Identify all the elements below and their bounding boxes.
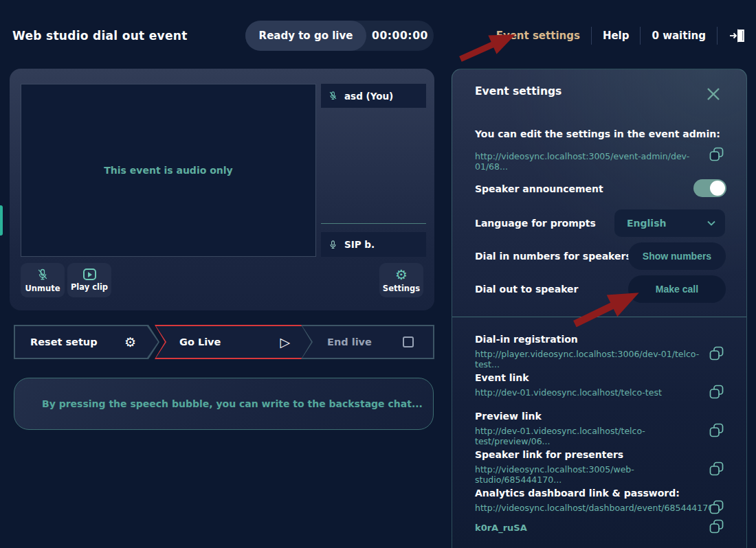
panel-title: Event settings [475,85,562,98]
go-live-button[interactable]: Go Live ▷ [155,325,319,359]
go-live-label: Go Live [179,336,221,347]
unmute-label: Unmute [25,284,60,293]
play-clip-label: Play clip [71,282,108,292]
copy-icon[interactable] [709,519,724,534]
audio-only-note: This event is audio only [104,165,232,176]
mic-muted-icon [36,268,49,282]
panel-divider [452,317,746,317]
participant-tile-sip[interactable]: SIP b. [321,232,426,257]
dial-in-registration-link[interactable]: http://player.videosync.localhost:3006/d… [475,349,702,369]
end-live-label: End live [327,336,372,347]
language-dropdown[interactable]: English [614,209,725,237]
participant-name: SIP b. [344,239,375,250]
dashboard-password: k0rA_ruSA [475,523,527,533]
link-label: Preview link [475,411,542,422]
play-clip-button[interactable]: Play clip [67,263,111,297]
chevron-down-icon [707,220,715,226]
divider [717,27,718,45]
speaker-announcement-label: Speaker announcement [475,183,603,194]
live-control-bar: Reset setup ⚙ Go Live ▷ End live [14,325,434,359]
event-link[interactable]: http://dev-01.videosync.localhost/telco-… [475,387,662,398]
copy-icon[interactable] [709,346,724,361]
unmute-button[interactable]: Unmute [21,263,65,297]
preview-link[interactable]: http://dev-01.videosync.localhost/telco-… [475,426,702,446]
dial-out-label: Dial out to speaker [475,284,579,295]
toggle-knob [710,181,725,196]
event-settings-panel: Event settings You can edit the settings… [452,69,747,548]
end-live-button[interactable]: End live [301,325,434,359]
copy-icon[interactable] [709,423,724,438]
speaker-announcement-toggle[interactable] [693,179,726,197]
stage-card: This event is audio only asd (You) SIP b… [10,69,434,310]
participant-divider [321,223,426,224]
gear-icon: ⚙ [395,268,408,282]
reset-setup-button[interactable]: Reset setup ⚙ [14,325,159,359]
page-title: Web studio dial out event [12,29,188,43]
play-icon: ▷ [280,336,290,349]
analytics-dashboard-link[interactable]: http://videosync.localhost/dashboard/eve… [475,503,702,513]
copy-icon[interactable] [709,500,724,515]
close-icon[interactable] [707,87,720,101]
copy-icon[interactable] [709,147,724,162]
dial-in-label: Dial in numbers for speakers [475,251,632,262]
participant-tile-self[interactable]: asd (You) [321,84,426,108]
video-preview: This event is audio only [21,84,316,257]
backstage-chat-hint: By pressing the speech bubble, you can w… [42,398,423,409]
link-label: Analytics dashboard link & password: [475,488,680,499]
link-label: Dial-in registration [475,334,578,345]
copy-icon[interactable] [709,385,724,400]
make-call-button[interactable]: Make call [628,275,726,303]
nav-event-settings[interactable]: Event settings [496,30,580,42]
copy-icon[interactable] [709,461,724,477]
language-label: Language for prompts [475,218,596,229]
status-pill: Ready to go live 00:00:00 [245,21,434,51]
speaker-link[interactable]: http://videosync.localhost:3005/web-stud… [475,464,702,485]
logout-icon[interactable] [729,27,746,44]
language-value: English [627,218,666,229]
settings-button[interactable]: ⚙ Settings [379,263,423,297]
web-studio-screen: Web studio dial out event Ready to go li… [0,0,756,548]
play-clip-icon [83,269,96,280]
link-label: Event link [475,372,529,383]
admin-hint: You can edit the settings in the event a… [475,128,720,139]
live-status-badge: Ready to go live [245,21,366,51]
nav-waiting-count[interactable]: 0 waiting [652,30,706,42]
admin-link[interactable]: http://videosync.localhost:3005/event-ad… [475,151,702,172]
show-numbers-button[interactable]: Show numbers [628,242,726,270]
divider [591,27,592,45]
top-navigation: Event settings Help 0 waiting [496,23,746,49]
event-timer: 00:00:00 [366,30,434,42]
link-label: Speaker link for presenters [475,449,623,460]
participant-name: asd (You) [344,91,393,102]
gear-icon: ⚙ [124,336,136,349]
mic-muted-icon [328,91,338,101]
mic-icon [328,240,338,250]
nav-help[interactable]: Help [603,30,630,42]
sidebar-handle[interactable] [0,205,3,236]
reset-setup-label: Reset setup [30,336,98,347]
stop-icon [403,336,414,347]
settings-label: Settings [383,284,420,293]
backstage-chat-box[interactable]: By pressing the speech bubble, you can w… [14,378,434,430]
divider [640,27,641,45]
